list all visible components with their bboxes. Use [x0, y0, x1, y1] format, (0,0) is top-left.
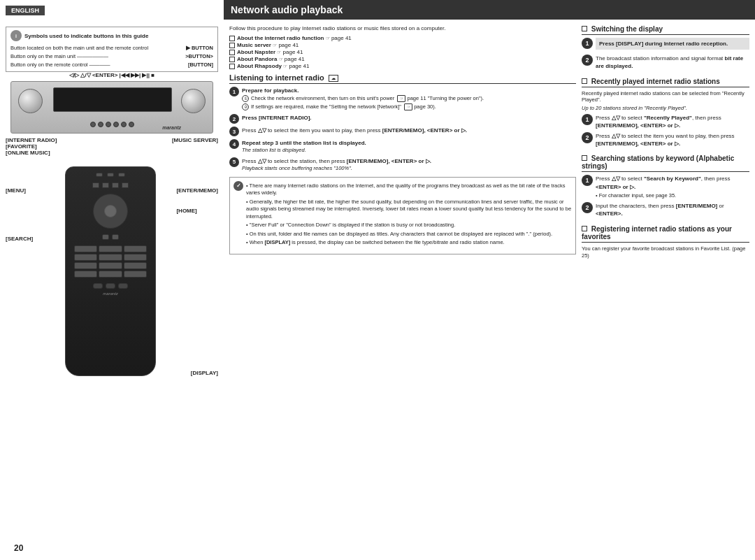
- note-bullet-5: When [DISPLAY] is pressed, the display c…: [246, 239, 572, 247]
- link-text-2: Music server ☞ page 41: [237, 42, 299, 48]
- remote-numpad: [66, 243, 155, 280]
- display-label: [DISPLAY]: [191, 370, 218, 376]
- link-item-2: Music server ☞ page 41: [229, 42, 576, 48]
- checkbox-icon-1: [229, 36, 235, 41]
- recently-step-1: 1 Press △▽ to select "Recently Played", …: [582, 114, 749, 129]
- receiver-device: marantz: [10, 81, 213, 134]
- symbol-value-1: ▶ BUTTON: [152, 44, 213, 52]
- enter-memo-label: [ENTER/MEMO]: [176, 187, 218, 194]
- recently-step-2: 2 Press △▽ to select the item you want t…: [582, 132, 749, 148]
- recently-played-body: Recently played internet radio stations …: [582, 90, 749, 103]
- sub-step-1-1: ① Check the network environment, then tu…: [242, 95, 576, 103]
- search-label: [SEARCH]: [6, 236, 33, 242]
- link-text-1: About the internet radio function ☞ page…: [237, 35, 352, 41]
- note-icon: ✓: [233, 181, 243, 191]
- search-note: • For character input, see page 35.: [596, 192, 749, 200]
- symbols-table: Button located on both the main unit and…: [10, 44, 213, 69]
- link-item-5: About Rhapsody ☞ page 41: [229, 63, 576, 69]
- checkbox-icon-4: [229, 57, 235, 62]
- enter-controls-label: ◁/▷ △/▽ <ENTER> |◀◀ ▶▶| ▶|| ■: [6, 72, 218, 78]
- search-step-1: 1 Press △▽ to select "Search by Keyword"…: [582, 175, 749, 199]
- symbol-value-2: >BUTTON>: [152, 52, 213, 61]
- table-row: Button located on both the main unit and…: [10, 44, 213, 52]
- checkbox-icon-5: [229, 64, 235, 69]
- remote-dpad: [93, 194, 128, 229]
- remote-left-labels: [MENU] [SEARCH]: [6, 187, 33, 247]
- registering-body: You can register your favorite broadcast…: [582, 245, 749, 260]
- internet-radio-label: [INTERNET RADIO] [FAVORITE] [ONLINE MUSI…: [6, 137, 57, 156]
- section-recently-played: Recently played internet radio stations …: [582, 78, 749, 148]
- center-column: Follow this procedure to play Internet r…: [229, 25, 576, 554]
- step-num-5: 5: [229, 157, 239, 167]
- intro-text: Follow this procedure to play Internet r…: [229, 25, 576, 31]
- searching-title: Searching stations by keyword (Alphabeti…: [582, 155, 749, 172]
- link-text-4: About Pandora ☞ page 41: [237, 56, 305, 62]
- step-num-4: 4: [229, 139, 239, 149]
- step-content-2: Press [INTERNET RADIO].: [242, 114, 576, 124]
- link-item-4: About Pandora ☞ page 41: [229, 56, 576, 62]
- table-row: Button only on the main unit —————— >BUT…: [10, 52, 213, 61]
- symbol-label-1: Button located on both the main unit and…: [10, 44, 152, 52]
- step-num-3: 3: [229, 127, 239, 136]
- link-item-1: About the internet radio function ☞ page…: [229, 35, 576, 41]
- note-box: ✓ There are many Internet radio stations…: [229, 177, 576, 254]
- switch-step-2: 2 The broadcast station information and …: [582, 55, 749, 70]
- menu-label: [MENU]: [6, 187, 33, 194]
- checkbox-icon-2: [229, 43, 235, 48]
- symbols-box: i Symbols used to indicate buttons in th…: [6, 27, 218, 72]
- right-panel: Network audio playback Follow this proce…: [224, 0, 755, 560]
- note-bullet-2: Generally, the higher the bit rate, the …: [246, 199, 572, 221]
- section-registering: Registering internet radio stations as y…: [582, 225, 749, 260]
- step-content-1: Prepare for playback. ① Check the networ…: [242, 87, 576, 111]
- checkbox-icon-3: [229, 50, 235, 55]
- remote-bottom-buttons: [66, 283, 155, 289]
- receiver-knob-right: [181, 89, 206, 113]
- receiver-knob-left: [18, 89, 43, 113]
- step-1-bold: Prepare for playback.: [242, 87, 576, 94]
- left-panel: ENGLISH i Symbols used to indicate butto…: [0, 0, 224, 560]
- table-row: Button only on the remote control ———— […: [10, 61, 213, 69]
- step-1: 1 Prepare for playback. ① Check the netw…: [229, 87, 576, 111]
- link-text-3: About Napster ☞ page 41: [237, 49, 303, 55]
- recently-played-title: Recently played internet radio stations: [582, 78, 749, 87]
- section-switching: Switching the display 1 Press [DISPLAY] …: [582, 25, 749, 71]
- remote-device: marantz: [65, 166, 156, 376]
- step-2: 2 Press [INTERNET RADIO].: [229, 114, 576, 124]
- step-num-1: 1: [229, 87, 239, 96]
- step-content-3: Press △▽ to select the item you want to …: [242, 127, 576, 136]
- section-searching: Searching stations by keyword (Alphabeti…: [582, 155, 749, 217]
- links-section: About the internet radio function ☞ page…: [229, 35, 576, 69]
- remote-right-labels: [ENTER/MEMO] [HOME]: [176, 187, 218, 228]
- shaded-step-1: Press [DISPLAY] during Internet radio re…: [596, 38, 749, 50]
- switch-step-2-text: The broadcast station information and si…: [596, 55, 749, 70]
- page-title: Network audio playback: [224, 0, 755, 20]
- remote-area: marantz [MENU] [SEARCH] [ENTER/MEMO] [HO…: [6, 159, 218, 383]
- note-bullet-1: There are many Internet radio stations o…: [246, 182, 572, 197]
- info-icon: i: [10, 30, 22, 41]
- remote-body: marantz: [65, 166, 156, 376]
- receiver-side-labels: [INTERNET RADIO] [FAVORITE] [ONLINE MUSI…: [6, 137, 218, 156]
- home-label: [HOME]: [176, 208, 218, 214]
- symbol-label-3: Button only on the remote control ————: [10, 61, 152, 69]
- page-number: 20: [14, 543, 23, 553]
- sub-step-1-2: ② If settings are required, make the "Se…: [242, 103, 576, 111]
- step-3: 3 Press △▽ to select the item you want t…: [229, 127, 576, 136]
- remote-top-buttons: [66, 167, 155, 177]
- registering-title: Registering internet radio stations as y…: [582, 225, 749, 243]
- language-label: ENGLISH: [6, 6, 45, 15]
- marantz-logo-remote: marantz: [66, 292, 155, 296]
- step-content-5: Press △▽ to select the station, then pre…: [242, 157, 576, 173]
- step-content-4: Repeat step 3 until the station list is …: [242, 139, 576, 155]
- symbol-value-3: [BUTTON]: [152, 61, 213, 69]
- listening-section-title: Listening to internet radio ☁: [229, 73, 576, 84]
- recently-played-note: Up to 20 stations stored in "Recently Pl…: [582, 105, 749, 111]
- note-bullet-4: On this unit, folder and file names can …: [246, 231, 572, 238]
- main-content: Follow this procedure to play Internet r…: [224, 20, 755, 560]
- switch-step-1: 1 Press [DISPLAY] during Internet radio …: [582, 38, 749, 52]
- step-num-2: 2: [229, 114, 239, 124]
- remote-transport-buttons: [66, 182, 155, 188]
- note-content: There are many Internet radio stations o…: [246, 181, 572, 248]
- link-item-3: About Napster ☞ page 41: [229, 49, 576, 55]
- switching-title: Switching the display: [582, 25, 749, 35]
- note-bullet-3: "Server Full" or "Connection Down" is di…: [246, 222, 572, 229]
